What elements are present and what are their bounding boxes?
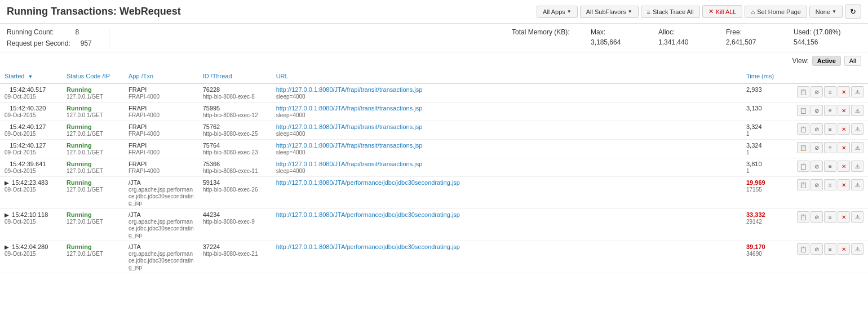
time-cell: 3,324 1 (742, 140, 792, 158)
all-subflavors-button[interactable]: All SubFlavors ▼ (580, 6, 639, 18)
free-value: 2,641,507 (726, 38, 794, 46)
col-started-header[interactable]: Started ▼ (0, 69, 62, 83)
app-cell: FRAPI FRAPI-4000 (124, 158, 198, 177)
note-action-button[interactable]: 📋 (797, 243, 809, 255)
view-active-button[interactable]: Active (812, 56, 841, 66)
list-action-button[interactable]: ≡ (824, 211, 836, 223)
expand-arrow[interactable]: ▶ (5, 180, 10, 186)
list-action-button[interactable]: ≡ (824, 161, 836, 172)
kill-action-button[interactable]: ✕ (838, 86, 850, 97)
kill-action-button[interactable]: ✕ (838, 123, 850, 135)
note-action-button[interactable]: 📋 (797, 161, 809, 172)
max-label: Max: (591, 28, 658, 36)
note-action-button[interactable]: 📋 (797, 86, 809, 97)
warn-action-button[interactable]: ⚠ (851, 105, 863, 116)
kill-action-button[interactable]: ✕ (838, 142, 850, 153)
rps-row: Request per Second: 957 (7, 39, 92, 47)
block-action-button[interactable]: ⊘ (811, 179, 823, 190)
app-cell: /JTA org.apache.jsp.performance.jdbc.jdb… (124, 209, 198, 241)
block-action-button[interactable]: ⊘ (811, 86, 823, 97)
list-action-button[interactable]: ≡ (824, 86, 836, 97)
id-cell: 59134 http-bio-8080-exec-26 (198, 177, 272, 209)
list-action-button[interactable]: ≡ (824, 243, 836, 255)
expand-arrow[interactable]: ▶ (5, 244, 10, 250)
actions-cell: 📋 ⊘ ≡ ✕ ⚠ (792, 140, 868, 158)
row-actions: 📋 ⊘ ≡ ✕ ⚠ (797, 211, 863, 223)
all-apps-button[interactable]: All Apps ▼ (537, 6, 578, 18)
block-action-button[interactable]: ⊘ (811, 123, 823, 135)
toolbar: All Apps ▼ All SubFlavors ▼ ≡ Stack Trac… (537, 5, 861, 19)
col-url-header[interactable]: URL (272, 69, 742, 83)
list-action-button[interactable]: ≡ (824, 123, 836, 135)
row-actions: 📋 ⊘ ≡ ✕ ⚠ (797, 86, 863, 97)
id-cell: 75366 http-bio-8080-exec-11 (198, 158, 272, 177)
refresh-button[interactable]: ↻ (845, 5, 861, 19)
stats-section: Running Count: 8 Request per Second: 957… (0, 24, 868, 52)
stats-left: Running Count: 8 Request per Second: 957 (7, 28, 109, 47)
set-home-page-button[interactable]: ⌂ Set Home Page (745, 6, 807, 18)
status-cell: Running 127.0.0.1/GET (62, 103, 124, 121)
kill-action-button[interactable]: ✕ (838, 211, 850, 223)
rps-label: Request per Second: (7, 39, 70, 47)
table-row: 15:42:40.517 09-Oct-2015 Running 127.0.0… (0, 83, 868, 103)
warn-action-button[interactable]: ⚠ (851, 243, 863, 255)
warn-action-button[interactable]: ⚠ (851, 179, 863, 190)
row-actions: 📋 ⊘ ≡ ✕ ⚠ (797, 179, 863, 190)
block-action-button[interactable]: ⊘ (811, 161, 823, 172)
kill-action-button[interactable]: ✕ (838, 161, 850, 172)
row-actions: 📋 ⊘ ≡ ✕ ⚠ (797, 142, 863, 153)
note-action-button[interactable]: 📋 (797, 123, 809, 135)
note-action-button[interactable]: 📋 (797, 179, 809, 190)
started-cell: 15:42:39.641 09-Oct-2015 (0, 158, 62, 177)
url-cell: http://127.0.0.1:8080/JTA/frapi/transit/… (272, 158, 742, 177)
expand-arrow[interactable]: ▶ (5, 212, 10, 218)
block-action-button[interactable]: ⊘ (811, 105, 823, 116)
time-cell: 39,170 34690 (742, 241, 792, 273)
kill-action-button[interactable]: ✕ (838, 179, 850, 190)
col-time-header[interactable]: Time (ms) (742, 69, 792, 83)
warn-action-button[interactable]: ⚠ (851, 86, 863, 97)
view-all-button[interactable]: All (844, 56, 861, 66)
warn-action-button[interactable]: ⚠ (851, 142, 863, 153)
note-action-button[interactable]: 📋 (797, 142, 809, 153)
memory-section: Total Memory (KB): Max: Alloc: Free: Use… (512, 28, 861, 46)
time-cell: 33,332 29142 (742, 209, 792, 241)
status-cell: Running 127.0.0.1/GET (62, 83, 124, 103)
warn-action-button[interactable]: ⚠ (851, 211, 863, 223)
time-cell: 19,969 17155 (742, 177, 792, 209)
top-bar: Running Transactions: WebRequest All App… (0, 0, 868, 24)
block-action-button[interactable]: ⊘ (811, 142, 823, 153)
kill-all-button[interactable]: ✕ Kill ALL (702, 5, 743, 18)
stack-trace-all-button[interactable]: ≡ Stack Trace All (641, 6, 700, 18)
started-cell: ▶ 15:42:04.280 09-Oct-2015 (0, 241, 62, 273)
col-app-header[interactable]: App /Txn (124, 69, 198, 83)
kill-action-button[interactable]: ✕ (838, 105, 850, 116)
col-status-header[interactable]: Status Code /IP (62, 69, 124, 83)
none-button[interactable]: None ▼ (809, 6, 843, 18)
list-action-button[interactable]: ≡ (824, 105, 836, 116)
id-cell: 44234 http-bio-8080-exec-9 (198, 209, 272, 241)
warn-action-button[interactable]: ⚠ (851, 161, 863, 172)
id-cell: 75764 http-bio-8080-exec-23 (198, 140, 272, 158)
block-action-button[interactable]: ⊘ (811, 211, 823, 223)
id-cell: 75762 http-bio-8080-exec-25 (198, 121, 272, 140)
free-label: Free: (726, 28, 794, 36)
app-cell: FRAPI FRAPI-4000 (124, 121, 198, 140)
url-cell: http://127.0.0.1:8080/JTA/frapi/transit/… (272, 103, 742, 121)
note-action-button[interactable]: 📋 (797, 211, 809, 223)
col-id-header[interactable]: ID /Thread (198, 69, 272, 83)
used-value: 544,156 (794, 38, 861, 46)
note-action-button[interactable]: 📋 (797, 105, 809, 116)
dropdown-arrow-icon: ▼ (628, 9, 632, 14)
memory-values-row: 3,185,664 1,341,440 2,641,507 544,156 (512, 38, 861, 46)
block-action-button[interactable]: ⊘ (811, 243, 823, 255)
kill-action-button[interactable]: ✕ (838, 243, 850, 255)
warn-action-button[interactable]: ⚠ (851, 123, 863, 135)
list-action-button[interactable]: ≡ (824, 142, 836, 153)
alloc-label: Alloc: (658, 28, 726, 36)
started-cell: 15:42:40.517 09-Oct-2015 (0, 83, 62, 103)
memory-header-row: Total Memory (KB): Max: Alloc: Free: Use… (512, 28, 861, 36)
list-action-button[interactable]: ≡ (824, 179, 836, 190)
sort-icon: ▼ (28, 74, 33, 79)
app-cell: /JTA org.apache.jsp.performance.jdbc.jdb… (124, 177, 198, 209)
